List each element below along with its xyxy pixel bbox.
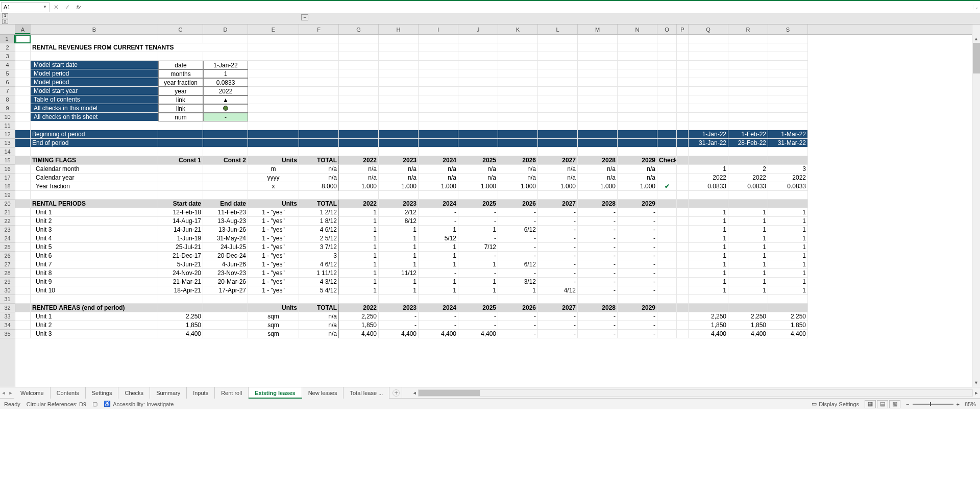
column-header-R[interactable]: R bbox=[728, 24, 768, 34]
cell[interactable]: year bbox=[158, 87, 203, 95]
cell[interactable] bbox=[379, 61, 419, 69]
accessibility-icon[interactable]: ♿ bbox=[104, 401, 111, 407]
cell[interactable]: m bbox=[248, 165, 299, 174]
row-header-3[interactable]: 3 bbox=[0, 52, 15, 61]
cell[interactable]: 3 bbox=[768, 165, 808, 174]
cell[interactable]: 0.0833 bbox=[768, 182, 808, 191]
cell[interactable]: 11/12 bbox=[379, 269, 419, 278]
outline-collapse-button[interactable]: − bbox=[301, 14, 308, 20]
cell[interactable]: 1 - "yes" bbox=[248, 234, 299, 243]
cell[interactable]: 0.0833 bbox=[728, 182, 768, 191]
outline-level-2[interactable]: 2 bbox=[2, 19, 8, 24]
row-header-7[interactable]: 7 bbox=[0, 87, 15, 95]
cell[interactable] bbox=[458, 191, 498, 200]
cell[interactable]: - bbox=[618, 321, 657, 330]
cell[interactable] bbox=[578, 78, 618, 87]
cell[interactable]: 31-Jan-22 bbox=[689, 139, 728, 147]
cell[interactable]: Units bbox=[248, 156, 299, 165]
cell[interactable]: 2,250 bbox=[339, 312, 379, 321]
row-header-15[interactable]: 15 bbox=[0, 156, 15, 165]
cell[interactable]: TOTAL bbox=[299, 156, 339, 165]
cell[interactable] bbox=[728, 304, 768, 312]
cell[interactable]: - bbox=[498, 243, 538, 252]
cell[interactable] bbox=[677, 208, 689, 217]
sheet-tab-welcome[interactable]: Welcome bbox=[14, 387, 51, 399]
cell[interactable] bbox=[419, 95, 458, 104]
cell[interactable] bbox=[538, 43, 578, 52]
cell[interactable] bbox=[248, 113, 299, 121]
cell[interactable] bbox=[618, 87, 657, 95]
cell[interactable]: - bbox=[458, 252, 498, 260]
column-header-M[interactable]: M bbox=[578, 24, 618, 34]
cell[interactable]: 1 bbox=[339, 226, 379, 234]
cell[interactable]: date bbox=[158, 61, 203, 69]
row-header-27[interactable]: 27 bbox=[0, 260, 15, 269]
cell[interactable]: 1 bbox=[728, 260, 768, 269]
cell[interactable] bbox=[768, 35, 808, 43]
cell[interactable] bbox=[657, 217, 677, 226]
cell[interactable]: - bbox=[618, 330, 657, 338]
cell[interactable] bbox=[15, 208, 31, 217]
cell[interactable]: 11-Feb-23 bbox=[203, 208, 248, 217]
cell[interactable] bbox=[728, 87, 768, 95]
cell[interactable]: 31-May-24 bbox=[203, 234, 248, 243]
row-header-24[interactable]: 24 bbox=[0, 234, 15, 243]
cell[interactable]: 13-Jun-26 bbox=[203, 226, 248, 234]
cell[interactable] bbox=[458, 104, 498, 113]
cell[interactable]: - bbox=[419, 312, 458, 321]
cell[interactable] bbox=[203, 130, 248, 139]
cell[interactable] bbox=[15, 269, 31, 278]
cell[interactable] bbox=[339, 295, 379, 304]
cell[interactable]: 2025 bbox=[458, 200, 498, 208]
cell[interactable]: - bbox=[578, 269, 618, 278]
cell[interactable] bbox=[248, 87, 299, 95]
cell[interactable]: 1 bbox=[419, 243, 458, 252]
cell[interactable]: - bbox=[498, 208, 538, 217]
cell[interactable]: 2028 bbox=[578, 200, 618, 208]
cell[interactable] bbox=[419, 295, 458, 304]
cell[interactable] bbox=[15, 217, 31, 226]
cell[interactable]: - bbox=[538, 312, 578, 321]
cell[interactable]: 2024 bbox=[419, 200, 458, 208]
cell[interactable] bbox=[15, 330, 31, 338]
cell[interactable]: n/a bbox=[299, 165, 339, 174]
zoom-in-button[interactable]: + bbox=[957, 401, 960, 407]
row-header-31[interactable]: 31 bbox=[0, 295, 15, 304]
cell[interactable] bbox=[299, 95, 339, 104]
cell[interactable] bbox=[728, 113, 768, 121]
cell[interactable] bbox=[728, 147, 768, 156]
cell[interactable] bbox=[379, 69, 419, 78]
cell[interactable] bbox=[248, 104, 299, 113]
row-header-11[interactable]: 11 bbox=[0, 121, 15, 130]
cell[interactable] bbox=[339, 130, 379, 139]
cell[interactable]: Unit 1 bbox=[31, 208, 158, 217]
cell[interactable] bbox=[15, 174, 31, 182]
cell[interactable]: 4,400 bbox=[339, 330, 379, 338]
cell[interactable]: - bbox=[379, 321, 419, 330]
cell[interactable]: 12-Feb-18 bbox=[158, 208, 203, 217]
cell[interactable]: 1 - "yes" bbox=[248, 260, 299, 269]
cell[interactable] bbox=[677, 69, 689, 78]
cell[interactable]: - bbox=[419, 208, 458, 217]
cell[interactable]: 1 bbox=[458, 286, 498, 295]
cell[interactable] bbox=[248, 61, 299, 69]
cell[interactable]: 1 bbox=[339, 208, 379, 217]
cell[interactable] bbox=[578, 121, 618, 130]
cell[interactable] bbox=[498, 43, 538, 52]
cell[interactable]: n/a bbox=[498, 165, 538, 174]
cell[interactable]: n/a bbox=[578, 165, 618, 174]
cell[interactable]: 20-Mar-26 bbox=[203, 278, 248, 286]
cell[interactable] bbox=[689, 78, 728, 87]
cell[interactable] bbox=[677, 226, 689, 234]
cell[interactable]: - bbox=[578, 252, 618, 260]
cell[interactable] bbox=[498, 95, 538, 104]
cell[interactable] bbox=[677, 78, 689, 87]
cell[interactable]: Unit 9 bbox=[31, 278, 158, 286]
cell[interactable] bbox=[379, 104, 419, 113]
column-header-F[interactable]: F bbox=[299, 24, 339, 34]
cell[interactable]: TOTAL bbox=[299, 200, 339, 208]
cell[interactable] bbox=[203, 321, 248, 330]
cell[interactable] bbox=[498, 295, 538, 304]
outline-level-1[interactable]: 1 bbox=[2, 13, 8, 18]
cell[interactable] bbox=[379, 139, 419, 147]
